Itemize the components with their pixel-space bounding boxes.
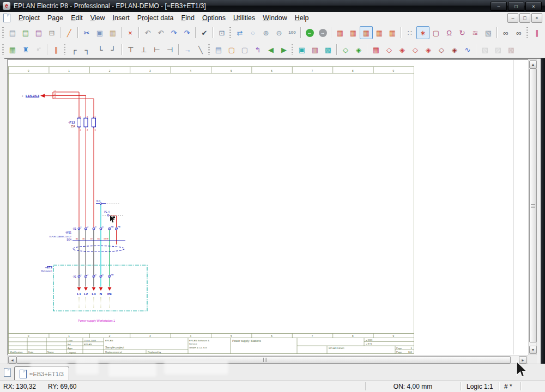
toolbar-grip[interactable] bbox=[64, 44, 65, 55]
scroll-right-button[interactable]: ► bbox=[519, 356, 527, 364]
zoom-in-icon[interactable]: ⊕ bbox=[259, 26, 272, 39]
find-icon[interactable]: ∞ bbox=[499, 26, 512, 39]
workstation-structure-box[interactable]: +ET2 Workstation 1 -X1 1L12L23L34NPEPE bbox=[41, 265, 147, 311]
page-macro-icon[interactable]: ▤ bbox=[212, 43, 225, 56]
terminal-strip-x1[interactable]: 1234PEPE bbox=[78, 226, 121, 230]
zoom-out-icon[interactable]: ⊖ bbox=[272, 26, 286, 39]
menu-utilities[interactable]: Utilities bbox=[229, 13, 259, 23]
power-bus-wires[interactable] bbox=[40, 92, 117, 244]
insert-symbol-1-icon[interactable]: ▦ bbox=[334, 26, 347, 39]
fuse-f12[interactable]: 123456 bbox=[77, 116, 96, 131]
find-next-icon[interactable]: ∞ bbox=[512, 26, 525, 39]
snap-to-grid-icon[interactable]: ∗ bbox=[416, 26, 429, 39]
revision-marker-icon[interactable]: ▥ bbox=[308, 43, 322, 56]
menu-edit[interactable]: Edit bbox=[67, 13, 87, 23]
menu-project[interactable]: Project bbox=[15, 13, 44, 23]
placeholder-region-icon[interactable]: ▣ bbox=[295, 43, 308, 56]
menu-help[interactable]: Help bbox=[291, 13, 313, 23]
zoom-100-icon[interactable]: 100 bbox=[286, 26, 299, 39]
horizontal-scroll-thumb[interactable] bbox=[16, 356, 511, 364]
align-icon[interactable]: ≋ bbox=[469, 26, 482, 39]
project-open-icon[interactable]: ▤ bbox=[19, 26, 32, 39]
corner-down-left-icon[interactable]: ┐ bbox=[81, 43, 94, 56]
project-management-icon[interactable]: ▤ bbox=[32, 26, 45, 39]
copy-icon[interactable]: ▣ bbox=[93, 26, 106, 39]
tab-eb3-et1-3[interactable]: =EB3+ET1/3 bbox=[14, 366, 69, 381]
insert-symbol-3-icon[interactable]: ▦ bbox=[360, 26, 373, 39]
corner-up-right-icon[interactable]: └ bbox=[94, 43, 107, 56]
terminal-down-icon[interactable]: ◈ bbox=[396, 43, 409, 56]
page-properties-icon[interactable]: ▤ bbox=[6, 26, 19, 39]
delete-icon[interactable]: × bbox=[124, 26, 137, 39]
t-node-up-icon[interactable]: ⊥ bbox=[137, 43, 150, 56]
scroll-up-button[interactable]: ▲ bbox=[529, 60, 537, 69]
insert-symbol-2-icon[interactable]: ▦ bbox=[347, 26, 360, 39]
source-label[interactable]: L1/L2/L3 bbox=[26, 94, 40, 97]
scroll-left-button[interactable]: ◄ bbox=[8, 356, 16, 364]
insert-omega-icon[interactable]: Ω bbox=[443, 26, 456, 39]
terminal-up-icon[interactable]: ◇ bbox=[383, 43, 396, 56]
page-copy-icon[interactable]: ▢ bbox=[238, 43, 251, 56]
menu-find[interactable]: Find bbox=[178, 13, 198, 23]
page-new-icon[interactable]: ▢ bbox=[225, 43, 238, 56]
toolbar-grip[interactable] bbox=[208, 44, 210, 55]
interruption-point-source-icon[interactable]: ◇ bbox=[339, 43, 352, 56]
device-box-2-icon[interactable]: ◈ bbox=[448, 43, 461, 56]
toolbar-grip[interactable] bbox=[292, 44, 293, 55]
vertical-scroll-thumb[interactable] bbox=[529, 69, 537, 342]
horizontal-scrollbar[interactable]: ◄ ► bbox=[7, 355, 528, 364]
go-back-icon[interactable]: ← bbox=[303, 26, 316, 39]
terminal-both-icon[interactable]: ◇ bbox=[409, 43, 422, 56]
terminal-strip-icon[interactable]: ▦ bbox=[370, 43, 383, 56]
go-forward-icon[interactable]: → bbox=[316, 26, 329, 39]
menu-window[interactable]: Window bbox=[259, 13, 290, 23]
connection-arrow-icon[interactable]: → bbox=[181, 43, 194, 56]
workspace-monitor-icon[interactable]: ⊡ bbox=[215, 26, 228, 39]
page-previous-icon[interactable]: ◀ bbox=[264, 43, 277, 56]
menu-view[interactable]: View bbox=[87, 13, 109, 23]
redo-history-icon[interactable]: ↷ bbox=[180, 26, 193, 39]
t-node-down-icon[interactable]: ⊤ bbox=[124, 43, 137, 56]
page-icon[interactable] bbox=[4, 368, 11, 377]
handles-icon[interactable]: ▢ bbox=[429, 26, 443, 39]
terminal-multi-icon[interactable]: ◈ bbox=[422, 43, 435, 56]
menu-options[interactable]: Options bbox=[198, 13, 229, 23]
undo-history-icon[interactable]: ↶ bbox=[154, 26, 167, 39]
undo-icon[interactable]: ↶ bbox=[141, 26, 154, 39]
restore-button[interactable]: □ bbox=[508, 2, 524, 11]
rotate-icon[interactable]: ↻ bbox=[456, 26, 469, 39]
window-macro-icon[interactable]: ↰ bbox=[251, 43, 264, 56]
redo-icon[interactable]: ↷ bbox=[167, 26, 180, 39]
plot-region-icon[interactable]: ▩ bbox=[322, 43, 335, 56]
scroll-down-button[interactable]: ▼ bbox=[529, 346, 537, 354]
grid-display-icon[interactable]: ∷ bbox=[403, 26, 416, 39]
parallel-connect-icon[interactable]: ∥ bbox=[530, 26, 543, 39]
corner-down-right-icon[interactable]: ┌ bbox=[68, 43, 81, 56]
check-project-icon[interactable]: ✔ bbox=[198, 26, 211, 39]
mdi-restore-button[interactable]: □ bbox=[519, 13, 530, 23]
t-node-right-icon[interactable]: ⊢ bbox=[150, 43, 164, 56]
interruption-point-pe[interactable]: PE-4 bbox=[102, 211, 123, 217]
schematic-page[interactable]: 00112233445566778899 Date15.04.2008Ed.EP… bbox=[7, 59, 528, 355]
cable-w11[interactable]: -W11 ÖLFLEX CLASSIC 100 CY 5G4 bbox=[49, 231, 125, 252]
device-box-icon[interactable]: ◇ bbox=[435, 43, 448, 56]
interruption-point-n[interactable]: N-4 bbox=[96, 200, 120, 205]
stamp-icon[interactable]: ♜ bbox=[19, 43, 32, 56]
zoom-redraw-icon[interactable]: ⇄ bbox=[233, 26, 246, 39]
minimize-button[interactable]: – bbox=[491, 2, 507, 11]
cable-definition-icon[interactable]: ∿ bbox=[461, 43, 474, 56]
toolbar-grip[interactable] bbox=[229, 27, 231, 38]
toolbar-grip[interactable] bbox=[2, 44, 4, 55]
interruption-point-target-icon[interactable]: ◈ bbox=[352, 43, 365, 56]
mdi-close-button[interactable]: × bbox=[531, 13, 542, 23]
paste-icon[interactable]: ▦ bbox=[106, 26, 119, 39]
insert-symbol-5-icon[interactable]: ▦ bbox=[386, 26, 399, 39]
zoom-lens-icon[interactable]: ○ bbox=[246, 26, 259, 39]
toolbar-grip[interactable] bbox=[2, 27, 4, 38]
toolbar-grip[interactable] bbox=[526, 27, 528, 38]
parallel-lines-icon[interactable]: ∥ bbox=[50, 43, 63, 56]
menu-project-data[interactable]: Project data bbox=[134, 13, 178, 23]
t-node-left-icon[interactable]: ⊣ bbox=[164, 43, 177, 56]
close-button[interactable]: × bbox=[525, 2, 542, 11]
line-sketch-icon[interactable]: ╲ bbox=[194, 43, 207, 56]
